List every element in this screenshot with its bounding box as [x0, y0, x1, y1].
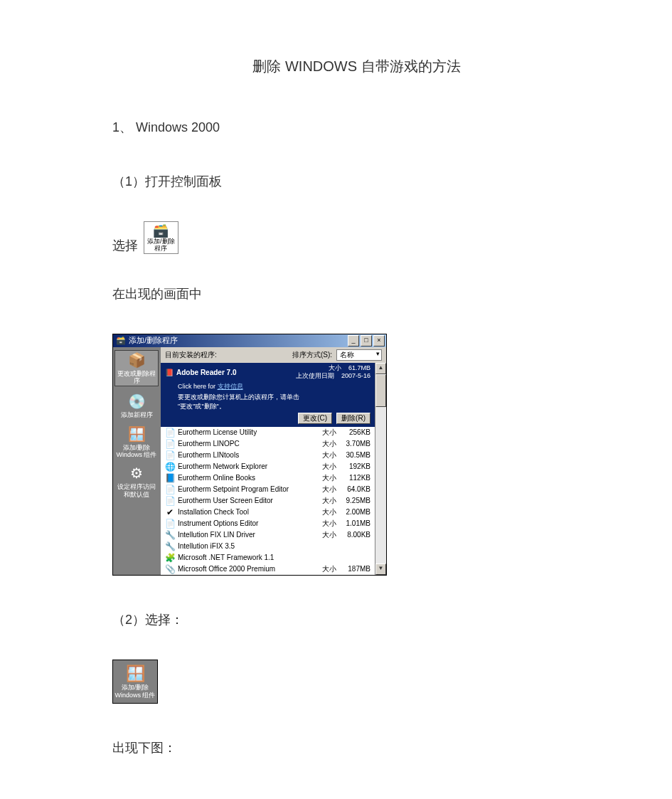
add-remove-programs-icon: 🗃️ 添加/删除 程序 [144, 221, 178, 254]
size-lbl: 大小 [329, 364, 341, 371]
maximize-button[interactable]: □ [361, 335, 372, 346]
selected-name: Adobe Reader 7.0 [176, 369, 236, 376]
scroll-thumb[interactable] [375, 374, 386, 407]
list-item[interactable]: 🔧Intellution iFIX 3.5 [161, 541, 375, 552]
sidebar-item-label: 更改或删除程 序 [117, 370, 156, 384]
program-name: Eurotherm LINtools [178, 451, 316, 459]
hint-text: 要更改或删除您计算机上的该程序，请单击 "更改"或"删除"。 [178, 393, 370, 411]
step-1: （1）打开控制面板 [112, 173, 601, 190]
list-item[interactable]: ✔Installation Check Tool大小2.00MB [161, 507, 375, 518]
size-col-label: 大小 [316, 530, 336, 540]
app-icon: 📄 [165, 428, 175, 438]
sidebar-item-change-remove[interactable]: 📦 更改或删除程 序 [114, 350, 159, 387]
size-col-label: 大小 [316, 473, 336, 483]
list-item[interactable]: 📄Eurotherm Setpoint Program Editor大小64.0… [161, 484, 375, 495]
used-val: 2007-5-16 [341, 372, 370, 379]
size-col-label: 大小 [316, 485, 336, 494]
size-value: 192KB [336, 462, 370, 470]
app-icon: 📎 [165, 564, 175, 574]
left-sidebar: 📦 更改或删除程 序 💿 添加新程序 🪟 添加/删除 Windows 组件 ⚙ … [113, 347, 160, 575]
choose-line: 选择 🗃️ 添加/删除 程序 [112, 221, 601, 254]
size-col-label: 大小 [316, 450, 336, 460]
program-name: Eurotherm Setpoint Program Editor [178, 485, 316, 493]
program-name: Eurotherm User Screen Editor [178, 497, 316, 504]
size-col-label: 大小 [316, 462, 336, 472]
size-value: 30.5MB [336, 451, 370, 459]
size-col-label: 大小 [316, 428, 336, 438]
list-item[interactable]: 🌐Eurotherm Network Explorer大小192KB [161, 461, 375, 472]
scroll-up-button[interactable]: ▲ [375, 363, 386, 374]
sidebar-item-add-new[interactable]: 💿 添加新程序 [114, 393, 159, 418]
cp-icon-label: 添加/删除 程序 [147, 238, 175, 252]
gear-icon: ⚙ [114, 465, 159, 482]
list-item[interactable]: 🔧Intellution FIX LIN Driver大小8.00KB [161, 529, 375, 541]
program-name: Microsoft Office 2000 Premium [178, 565, 316, 573]
app-icon: 📄 [165, 485, 175, 494]
scroll-down-button[interactable]: ▼ [375, 563, 386, 575]
box-icon: 🗃️ [147, 224, 175, 238]
after-text: 在出现的画面中 [112, 285, 601, 302]
size-col-label: 大小 [316, 564, 336, 574]
selected-program[interactable]: 📕 Adobe Reader 7.0 大小 61.7MB [161, 363, 375, 427]
click-here: Click here for [178, 383, 215, 390]
app-icon: 🌐 [165, 462, 175, 472]
cd-icon: 💿 [114, 393, 159, 410]
close-button[interactable]: × [373, 335, 385, 346]
sidebar-item-defaults[interactable]: ⚙ 设定程序访问 和默认值 [114, 465, 159, 498]
list-item[interactable]: 🧩Microsoft .NET Framework 1.1 [161, 552, 375, 563]
list-item[interactable]: 📘Eurotherm Online Books大小112KB [161, 472, 375, 484]
size-col-label: 大小 [316, 519, 336, 529]
list-item[interactable]: 📄Eurotherm License Utility大小256KB [161, 427, 375, 438]
sidebar-item-label: 添加新程序 [121, 411, 153, 418]
sort-label: 排序方式(S): [292, 350, 332, 360]
next-text: 出现下图： [112, 739, 601, 756]
remove-button[interactable]: 删除(R) [336, 413, 370, 424]
list-item[interactable]: 📄Instrument Options Editor大小1.01MB [161, 518, 375, 529]
change-button[interactable]: 更改(C) [298, 413, 332, 424]
app-icon: 🧩 [165, 553, 175, 563]
sidebar-item-label: 添加/删除 Windows 组件 [116, 444, 156, 458]
size-value: 256KB [336, 428, 370, 436]
step-2: （2）选择： [112, 611, 601, 628]
app-icon: 📄 [165, 450, 175, 460]
sort-select[interactable]: 名称 [336, 349, 382, 361]
size-value: 112KB [336, 474, 370, 482]
size-col-label: 大小 [316, 496, 336, 506]
size-value: 1.01MB [336, 519, 370, 527]
program-name: Eurotherm License Utility [178, 428, 316, 436]
windows-icon: 🪟 [114, 426, 159, 443]
app-icon: 🔧 [165, 530, 175, 540]
app-icon: 🔧 [165, 541, 175, 551]
scroll-track[interactable] [375, 374, 386, 563]
program-name: Eurotherm Online Books [178, 474, 316, 482]
app-icon: 📄 [165, 496, 175, 506]
window-title: 添加/删除程序 [129, 335, 178, 346]
program-name: Intellution iFIX 3.5 [178, 542, 316, 550]
list-item[interactable]: 📄Eurotherm LINtools大小30.5MB [161, 450, 375, 461]
list-item[interactable]: 📄Eurotherm LINOPC大小3.70MB [161, 438, 375, 450]
size-value: 2.00MB [336, 508, 370, 516]
choose-word: 选择 [112, 237, 138, 254]
section-heading: 1、 Windows 2000 [112, 119, 601, 136]
program-name: Instrument Options Editor [178, 519, 316, 527]
document-page: 删除 WINDOWS 自带游戏的方法 1、 Windows 2000 （1）打开… [0, 0, 672, 799]
sidebar-item-windows-components[interactable]: 🪟 添加/删除 Windows 组件 [114, 426, 159, 459]
size-col-label: 大小 [316, 507, 336, 517]
box-icon: 📦 [116, 352, 157, 369]
content-area: 目前安装的程序: 排序方式(S): 名称 📕 Adobe Reader 7.0 [160, 347, 386, 575]
program-name: Installation Check Tool [178, 508, 316, 516]
vertical-scrollbar[interactable]: ▲ ▼ [375, 363, 386, 575]
program-name: Intellution FIX LIN Driver [178, 531, 316, 539]
minimize-button[interactable]: _ [348, 335, 359, 346]
used-lbl: 上次使用日期 [296, 372, 334, 379]
app-icon: 📄 [165, 519, 175, 529]
list-item[interactable]: 📄Eurotherm User Screen Editor大小9.25MB [161, 495, 375, 507]
size-value: 64.0KB [336, 485, 370, 493]
list-item[interactable]: 📎Microsoft Office 2000 Premium大小187MB [161, 563, 375, 575]
titlebar[interactable]: 🗃️ 添加/删除程序 _ □ × [113, 334, 386, 347]
size-value: 3.70MB [336, 440, 370, 448]
windows-icon: 🪟 [114, 665, 156, 682]
windows-components-thumb: 🪟 添加/删除 Windows 组件 [112, 660, 158, 704]
app-icon: ✔ [165, 507, 175, 517]
support-link[interactable]: 支持信息 [218, 383, 243, 390]
